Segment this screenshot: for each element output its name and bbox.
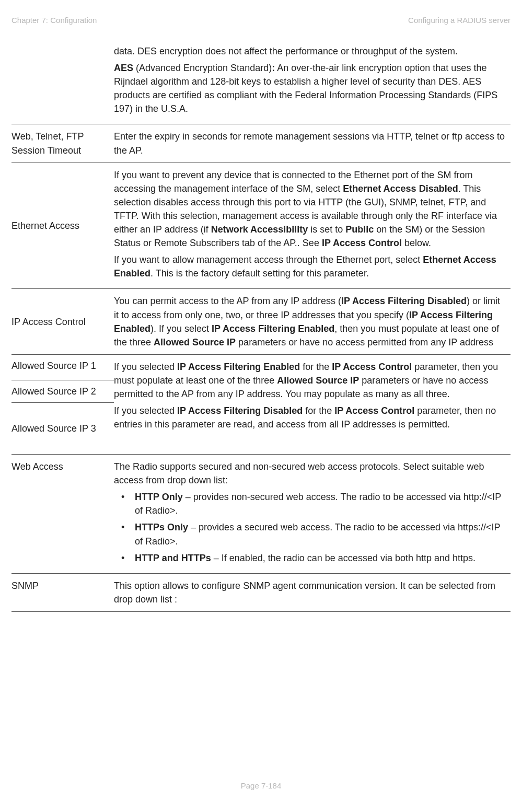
text: You can permit access to the AP from any… bbox=[114, 296, 341, 306]
paragraph: The Radio supports secured and non-secur… bbox=[114, 460, 506, 487]
row-label: Web, Telnet, FTP Session Timeout bbox=[11, 124, 114, 163]
row-label: Web Access bbox=[11, 455, 114, 574]
list-item: HTTPs Only – provides a secured web acce… bbox=[114, 520, 506, 548]
paragraph: AES (Advanced Encryption Standard): An o… bbox=[114, 61, 506, 115]
bold: IP Access Control bbox=[322, 238, 402, 248]
bold: Allowed Source IP bbox=[277, 375, 359, 386]
table-row: Allowed Source IP 1 Allowed Source IP 2 … bbox=[11, 354, 511, 454]
row-desc: If you want to prevent any device that i… bbox=[114, 163, 511, 289]
row-label: Allowed Source IP 1 bbox=[11, 355, 114, 377]
text: ). If you select bbox=[150, 323, 212, 334]
row-label: Allowed Source IP 2 bbox=[11, 380, 114, 403]
bold: HTTP Only bbox=[135, 492, 183, 502]
text: is set to bbox=[308, 224, 345, 235]
table-row: Ethernet Access If you want to prevent a… bbox=[11, 163, 511, 289]
row-label: SNMP bbox=[11, 573, 114, 611]
bold: AES bbox=[114, 63, 133, 73]
text: parameters or have no access permitted f… bbox=[236, 337, 493, 347]
table-row: IP Access Control You can permit access … bbox=[11, 289, 511, 354]
row-label: Ethernet Access bbox=[11, 163, 114, 289]
row-desc: This option allows to configure SNMP age… bbox=[114, 573, 511, 611]
row-desc: You can permit access to the AP from any… bbox=[114, 289, 511, 354]
header-right: Configuring a RADIUS server bbox=[408, 16, 511, 25]
row-desc: Enter the expiry in seconds for remote m… bbox=[114, 124, 511, 163]
row-desc: The Radio supports secured and non-secur… bbox=[114, 455, 511, 574]
page: Chapter 7: Configuration Configuring a R… bbox=[0, 0, 522, 812]
text: – If enabled, the radio can be accessed … bbox=[211, 553, 475, 563]
paragraph: If you selected IP Access Filtering Enab… bbox=[114, 360, 506, 401]
bold: IP Access Filtering Disabled bbox=[177, 405, 303, 416]
paragraph: data. DES encryption does not affect the… bbox=[114, 44, 506, 58]
table-row: data. DES encryption does not affect the… bbox=[11, 39, 511, 124]
text: below. bbox=[402, 238, 431, 248]
bold: IP Access Filtering Enabled bbox=[212, 323, 334, 334]
text: – provides a secured web access. The rad… bbox=[135, 522, 500, 546]
table-row: SNMP This option allows to configure SNM… bbox=[11, 573, 511, 611]
bold: Network Accessibility bbox=[211, 224, 308, 235]
bold: HTTPs Only bbox=[135, 522, 188, 532]
bold: Public bbox=[345, 224, 374, 235]
text: If you want to allow management access t… bbox=[114, 254, 423, 265]
list-item: HTTP and HTTPs – If enabled, the radio c… bbox=[114, 551, 506, 565]
list-item: HTTP Only – provides non-secured web acc… bbox=[114, 490, 506, 517]
bold: HTTP and HTTPs bbox=[135, 553, 211, 563]
bold: IP Access Control bbox=[332, 362, 412, 372]
page-header: Chapter 7: Configuration Configuring a R… bbox=[11, 16, 511, 25]
bullet-list: HTTP Only – provides non-secured web acc… bbox=[114, 490, 506, 564]
table-row: Web Access The Radio supports secured an… bbox=[11, 455, 511, 574]
text: (Advanced Encryption Standard) bbox=[133, 63, 272, 73]
table-row: Web, Telnet, FTP Session Timeout Enter t… bbox=[11, 124, 511, 163]
header-left: Chapter 7: Configuration bbox=[11, 16, 97, 25]
text: If you selected bbox=[114, 362, 177, 372]
bold: Ethernet Access Disabled bbox=[343, 183, 458, 194]
bold: IP Access Control bbox=[334, 405, 414, 416]
paragraph: If you want to prevent any device that i… bbox=[114, 168, 506, 250]
text: for the bbox=[300, 362, 332, 372]
row-desc: data. DES encryption does not affect the… bbox=[114, 39, 511, 124]
page-footer: Page 7-184 bbox=[0, 781, 522, 790]
bold: Allowed Source IP bbox=[154, 337, 236, 347]
text: for the bbox=[303, 405, 334, 416]
text: . This is the factory default setting fo… bbox=[150, 268, 369, 279]
row-label: IP Access Control bbox=[11, 289, 114, 354]
text: If you selected bbox=[114, 405, 177, 416]
attributes-table: data. DES encryption does not affect the… bbox=[11, 39, 511, 612]
bold: IP Access Filtering Enabled bbox=[177, 362, 300, 372]
row-label-empty bbox=[11, 39, 114, 124]
row-label-group: Allowed Source IP 1 Allowed Source IP 2 … bbox=[11, 354, 114, 454]
row-desc: If you selected IP Access Filtering Enab… bbox=[114, 354, 511, 454]
text: – provides non-secured web access. The r… bbox=[135, 492, 501, 516]
row-label: Allowed Source IP 3 bbox=[11, 403, 114, 454]
paragraph: If you selected IP Access Filtering Disa… bbox=[114, 404, 506, 431]
bold: IP Access Filtering Disabled bbox=[341, 296, 467, 306]
paragraph: If you want to allow management access t… bbox=[114, 253, 506, 280]
